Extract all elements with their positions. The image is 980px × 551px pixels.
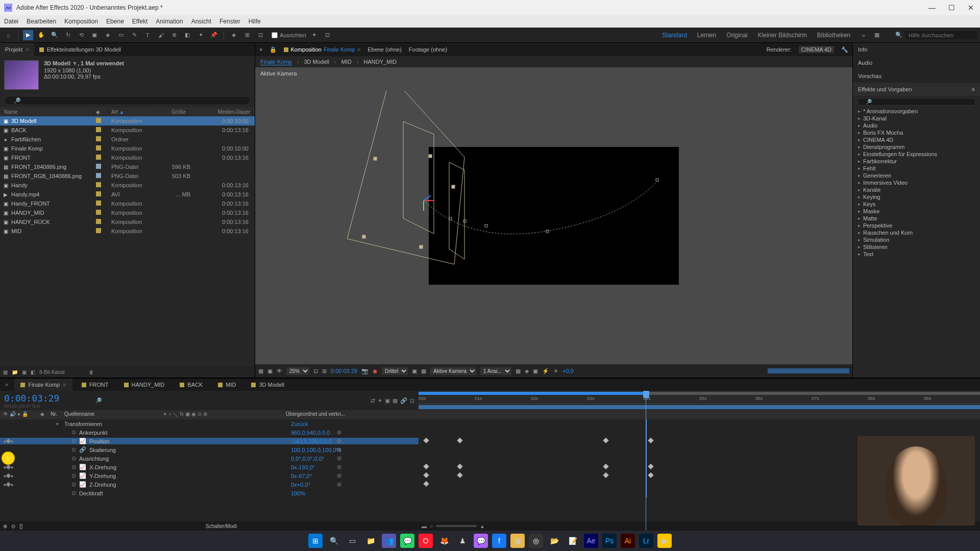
project-item[interactable]: ▣HANDY_MIDKomposition0:00:13:16 [0,208,255,217]
effect-category[interactable]: ▸CINEMA 4D [853,136,980,143]
switches-label[interactable]: Schalter/Modi [27,523,415,529]
tab-composition[interactable]: Komposition Finale Komp ≡ [284,46,360,53]
panel-effects[interactable]: Effekte und Vorgaben≡ [853,83,980,96]
effect-category[interactable]: ▸3D-Kanal [853,115,980,122]
effect-category[interactable]: ▸Maske [853,208,980,215]
effect-category[interactable]: ▸Generieren [853,172,980,179]
taskbar-ae[interactable]: Ae [584,534,598,548]
taskbar-obs[interactable]: ◎ [529,534,543,548]
breadcrumb-item[interactable]: MID [341,59,352,65]
workspace-standard[interactable]: Standard [662,32,687,39]
rotate-tool[interactable]: ⟲ [76,30,86,40]
viewer-timecode[interactable]: 0:00:03:29 [331,368,357,374]
timeline-tab[interactable]: MID [212,379,242,391]
trash-icon[interactable]: 🗑 [89,369,94,375]
taskbar-files[interactable]: 📂 [547,534,561,548]
timeline-property-row[interactable]: ◂▸⊙📈Z-Drehung0x+0,0°⊘ [0,480,980,489]
menu-fenster[interactable]: Fenster [219,18,240,25]
workspace-bibliotheken[interactable]: Bibliotheken [817,32,850,39]
timeline-tab[interactable]: BACK [174,379,209,391]
menu-effekt[interactable]: Effekt [132,18,148,25]
tl-tool-6[interactable]: ⊡ [410,397,414,404]
effect-category[interactable]: ▸Einstellungen für Expressions [853,151,980,158]
shape-tool[interactable]: ▭ [116,30,126,40]
timeline-timecode[interactable]: 0:00:03:29 [4,393,59,404]
bit-depth-label[interactable]: 8-Bit-Kanal [39,369,64,375]
menu-ebene[interactable]: Ebene [106,18,124,25]
menu-bearbeiten[interactable]: Bearbeiten [27,18,56,25]
effects-search-input[interactable] [857,98,976,106]
playhead[interactable] [643,391,649,398]
taskbar-app3[interactable]: ▶ [657,534,672,548]
renderer-value[interactable]: CINEMA 4D [799,46,834,53]
taskbar-lr[interactable]: Lr [639,534,653,548]
effect-category[interactable]: ▸Perspektive [853,222,980,229]
timeline-tab[interactable]: 3D Modell [245,379,290,391]
project-item[interactable]: ▦FRONT_1840886.pngPNG-Datei596 KB [0,162,255,171]
project-item[interactable]: ▣HANDY_RÜCKKomposition0:00:13:16 [0,217,255,227]
3d-icon-3[interactable]: ▣ [533,368,538,374]
taskbar-facebook[interactable]: f [492,534,506,548]
tl-tool-3[interactable]: ▣ [385,397,390,404]
menu-hilfe[interactable]: Hilfe [249,18,261,25]
effect-category[interactable]: ▸Text [853,251,980,258]
tab-project[interactable]: Projekt≡ [0,43,34,56]
effect-category[interactable]: ▸* Animationsvorgaben [853,108,980,115]
timeline-property-row[interactable]: ⊙🔗Skalierung100,0,100,0,100,0%⊘ [0,445,980,454]
menu-komposition[interactable]: Komposition [64,18,98,25]
close-button[interactable]: ✕ [966,4,976,12]
tl-tool-1[interactable]: ⇄ [371,397,375,404]
puppet-tool[interactable]: 📌 [209,30,219,40]
project-item[interactable]: ▣FRONTKomposition0:00:13:16 [0,153,255,162]
effect-category[interactable]: ▸Fehlt [853,165,980,172]
workspace-lernen[interactable]: Lernen [697,32,716,39]
taskbar-messenger[interactable]: 💬 [474,534,488,548]
menu-datei[interactable]: Datei [4,18,18,25]
timeline-property-row[interactable]: ⊙Ankerpunkt960,0,540,0,0,0⊘ [0,428,980,437]
roto-tool[interactable]: ✦ [195,30,206,40]
work-area-bar[interactable] [419,405,980,409]
composition-canvas[interactable] [429,147,679,285]
taskbar-app1[interactable]: ♟ [455,534,470,548]
home-tool[interactable]: ⌂ [3,30,13,40]
project-item[interactable]: ▸FarbflächenOrdner [0,135,255,144]
exposure-icon[interactable]: ☀ [553,368,558,374]
snap-tool-5[interactable]: ⊡ [323,30,333,40]
tl-toggle-2[interactable]: ⊙ [11,523,15,529]
grid-icon[interactable]: ⊞ [322,368,327,374]
taskbar-ps[interactable]: Ps [602,534,617,548]
taskbar-start[interactable]: ⊞ [308,534,323,548]
taskbar-firefox[interactable]: 🦊 [437,534,451,548]
project-item[interactable]: ▶Handy.mp4AVI... MB0:00:13:16 [0,190,255,199]
project-item[interactable]: ▣HandyKomposition0:00:13:16 [0,181,255,190]
help-search-input[interactable] [905,31,977,39]
interpret-icon[interactable]: ▦ [3,369,8,375]
roi-icon[interactable]: ▣ [412,368,417,374]
workspace-original[interactable]: Original [726,32,747,39]
taskbar-opera[interactable]: O [419,534,433,548]
folder-icon[interactable]: 📁 [12,369,18,375]
3d-icon-2[interactable]: ◈ [525,368,529,374]
zoom-out-icon[interactable]: ▬ [422,523,427,529]
renderer-settings-icon[interactable]: 🔧 [841,46,848,53]
taskbar-app2[interactable]: ▦ [510,534,525,548]
effect-category[interactable]: ▸Matte [853,215,980,222]
color-icon[interactable]: ◉ [373,368,378,374]
project-item[interactable]: ▣BACKKomposition0:00:13:16 [0,126,255,135]
snap-tool-3[interactable]: ⊡ [255,30,265,40]
workspace-kleiner bildschirm[interactable]: Kleiner Bildschirm [758,32,807,39]
snap-tool-4[interactable]: ✦ [309,30,320,40]
taskbar-task-view[interactable]: ▭ [345,534,359,548]
timeline-tab[interactable]: FRONT [76,379,115,391]
panel-info[interactable]: Info [853,43,980,56]
effect-category[interactable]: ▸Keys [853,201,980,208]
tl-tool-4[interactable]: ▦ [393,397,398,404]
pen-tool[interactable]: ✎ [129,30,139,40]
timeline-ruler[interactable]: 00s01s02s03s04s05s06s07s08s09s10s [419,395,980,404]
effect-category[interactable]: ▸Simulation [853,236,980,243]
tl-tab-close[interactable]: × [2,382,11,388]
project-item[interactable]: ▣Handy_FRONTKomposition0:00:13:16 [0,199,255,208]
comp-icon[interactable]: ▣ [22,369,27,375]
fast-preview-icon[interactable]: ⚡ [542,368,549,374]
text-tool[interactable]: T [142,30,153,40]
